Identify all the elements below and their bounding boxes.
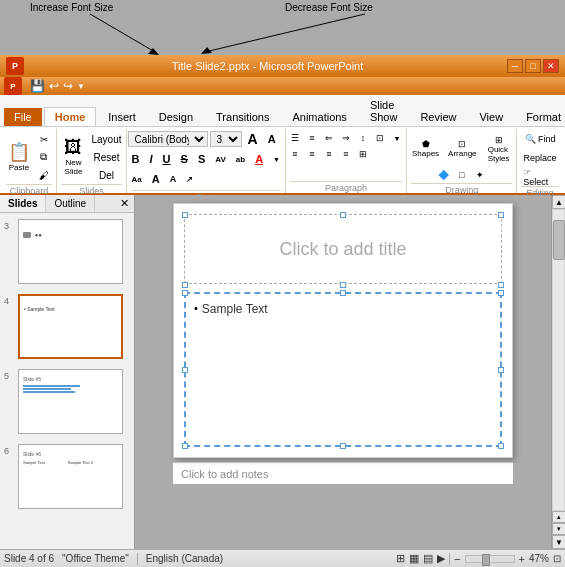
zoom-slider-thumb[interactable] bbox=[482, 554, 490, 566]
scroll-page-up[interactable]: ▴ bbox=[552, 511, 565, 523]
paste-button[interactable]: 📋 Paste bbox=[5, 132, 33, 182]
bullet-text: Sample Text bbox=[202, 302, 268, 316]
align-right-button[interactable]: ≡ bbox=[321, 147, 337, 161]
slide-item-6[interactable]: 6 Slide #6 Sample Text Sample Text 2 bbox=[2, 442, 132, 511]
format-painter-button[interactable]: 🖌 bbox=[35, 167, 53, 183]
font-color-button[interactable]: A bbox=[251, 151, 267, 167]
font-third-row: Aa A A ↗ bbox=[128, 171, 284, 187]
para-dropdown[interactable]: ▼ bbox=[389, 131, 405, 145]
view-slide-sorter-icon[interactable]: ▦ bbox=[409, 552, 419, 565]
shape-effects-button[interactable]: ✦ bbox=[472, 168, 488, 182]
tab-format[interactable]: Format bbox=[515, 107, 565, 126]
tab-animations[interactable]: Animations bbox=[281, 107, 357, 126]
decrease-size-btn2[interactable]: A bbox=[166, 171, 181, 187]
tab-view[interactable]: View bbox=[468, 107, 514, 126]
scroll-down-button[interactable]: ▼ bbox=[552, 535, 565, 549]
tab-slideshow[interactable]: Slide Show bbox=[359, 95, 409, 126]
thumb4-text: • Sample Text bbox=[24, 306, 117, 312]
select-button[interactable]: ☞ Select bbox=[521, 169, 559, 185]
scroll-track[interactable] bbox=[553, 210, 564, 510]
font-color-dropdown[interactable]: ▼ bbox=[269, 151, 284, 167]
zoom-out-btn[interactable]: − bbox=[454, 553, 460, 565]
increase-indent-button[interactable]: ⇒ bbox=[338, 131, 354, 145]
columns-button[interactable]: ⊞ bbox=[355, 147, 371, 161]
slide-item-4[interactable]: 4 • Sample Text bbox=[2, 292, 132, 361]
delete-button[interactable]: Del bbox=[89, 167, 123, 183]
drawing-content: ⬟ Shapes ⊡ Arrange ⊞ QuickStyles 🔷 □ bbox=[409, 131, 515, 182]
tab-home[interactable]: Home bbox=[44, 107, 97, 126]
maximize-button[interactable]: □ bbox=[525, 59, 541, 73]
arrange-button[interactable]: ⊡ Arrange bbox=[445, 131, 479, 166]
bullet-list-button[interactable]: ☰ bbox=[287, 131, 303, 145]
tab-file[interactable]: File bbox=[4, 108, 42, 126]
font-size-select[interactable]: 32 bbox=[210, 131, 242, 147]
scroll-page-down[interactable]: ▾ bbox=[552, 523, 565, 535]
view-normal-icon[interactable]: ⊞ bbox=[396, 552, 405, 565]
zoom-in-btn[interactable]: + bbox=[519, 553, 525, 565]
fit-window-btn[interactable]: ⊡ bbox=[553, 553, 561, 564]
align-left-button[interactable]: ≡ bbox=[287, 147, 303, 161]
minimize-button[interactable]: ─ bbox=[507, 59, 523, 73]
cut-button[interactable]: ✂ bbox=[35, 131, 53, 147]
text-direction-button[interactable]: ⊡ bbox=[372, 131, 388, 145]
align-center-button[interactable]: ≡ bbox=[304, 147, 320, 161]
slides-label: Slides bbox=[61, 184, 122, 196]
font-name-select[interactable]: Calibri (Body) bbox=[128, 131, 208, 147]
title-placeholder[interactable]: Click to add title bbox=[184, 214, 502, 284]
zoom-level: 47% bbox=[529, 553, 549, 564]
zoom-slider[interactable] bbox=[465, 555, 515, 563]
redo-quick-btn[interactable]: ↪ bbox=[63, 79, 73, 93]
char-spacing-button[interactable]: AV bbox=[211, 151, 230, 167]
justify-button[interactable]: ≡ bbox=[338, 147, 354, 161]
underline-button[interactable]: U bbox=[159, 151, 175, 167]
reset-button[interactable]: Reset bbox=[89, 149, 123, 165]
tab-insert[interactable]: Insert bbox=[97, 107, 147, 126]
notes-area[interactable]: Click to add notes bbox=[173, 462, 513, 484]
bullet-point: • Sample Text bbox=[194, 302, 492, 316]
vertical-scrollbar[interactable]: ▲ ▴ ▾ ▼ bbox=[551, 195, 565, 549]
slide-thumb-4: • Sample Text bbox=[18, 294, 123, 359]
line-spacing-button[interactable]: ↕ bbox=[355, 131, 371, 145]
increase-font-size-button[interactable]: A bbox=[244, 131, 262, 147]
tab-review[interactable]: Review bbox=[409, 107, 467, 126]
content-placeholder[interactable]: • Sample Text bbox=[184, 292, 502, 447]
view-reading-icon[interactable]: ▤ bbox=[423, 552, 433, 565]
font-ext-btn[interactable]: ↗ bbox=[182, 171, 197, 187]
slide-info: Slide 4 of 6 bbox=[4, 553, 54, 564]
layout-button[interactable]: Layout bbox=[89, 131, 123, 147]
slides-tab[interactable]: Slides bbox=[0, 195, 46, 212]
qa-dropdown[interactable]: ▼ bbox=[77, 82, 85, 91]
copy-button[interactable]: ⧉ bbox=[35, 149, 53, 165]
new-slide-button[interactable]: 🖼 NewSlide bbox=[59, 132, 87, 182]
shape-fill-button[interactable]: 🔷 bbox=[436, 168, 452, 182]
decrease-indent-button[interactable]: ⇐ bbox=[321, 131, 337, 145]
slide-item-3[interactable]: 3 :●● bbox=[2, 217, 132, 286]
view-slideshow-icon[interactable]: ▶ bbox=[437, 552, 445, 565]
shadow-button[interactable]: S bbox=[194, 151, 209, 167]
replace-button[interactable]: Replace bbox=[521, 150, 559, 166]
bold-button[interactable]: B bbox=[128, 151, 144, 167]
slide-item-5[interactable]: 5 Slide #5 bbox=[2, 367, 132, 436]
close-button[interactable]: ✕ bbox=[543, 59, 559, 73]
outline-tab[interactable]: Outline bbox=[46, 195, 95, 212]
svg-line-2 bbox=[205, 14, 365, 52]
clear-format-button[interactable]: ab bbox=[232, 151, 249, 167]
tab-design[interactable]: Design bbox=[148, 107, 204, 126]
italic-button[interactable]: I bbox=[146, 151, 157, 167]
undo-quick-btn[interactable]: ↩ bbox=[49, 79, 59, 93]
strikethrough-button[interactable]: S bbox=[177, 151, 192, 167]
increase-size-btn2[interactable]: A bbox=[148, 171, 164, 187]
title-handle-bl bbox=[182, 282, 188, 288]
thumb6-cols: Sample Text Sample Text 2 bbox=[23, 460, 118, 465]
find-button[interactable]: 🔍 Find bbox=[521, 131, 559, 147]
numbered-list-button[interactable]: ≡ bbox=[304, 131, 320, 145]
save-quick-btn[interactable]: 💾 bbox=[30, 79, 45, 93]
quick-styles-button[interactable]: ⊞ QuickStyles bbox=[483, 131, 515, 166]
shapes-button[interactable]: ⬟ Shapes bbox=[409, 131, 442, 166]
decrease-font-size-button[interactable]: A bbox=[264, 131, 280, 147]
aa-button[interactable]: Aa bbox=[128, 171, 146, 187]
shape-outline-button[interactable]: □ bbox=[454, 168, 470, 182]
tab-transitions[interactable]: Transitions bbox=[205, 107, 280, 126]
title-handle-bm bbox=[340, 282, 346, 288]
scroll-thumb[interactable] bbox=[553, 220, 565, 260]
